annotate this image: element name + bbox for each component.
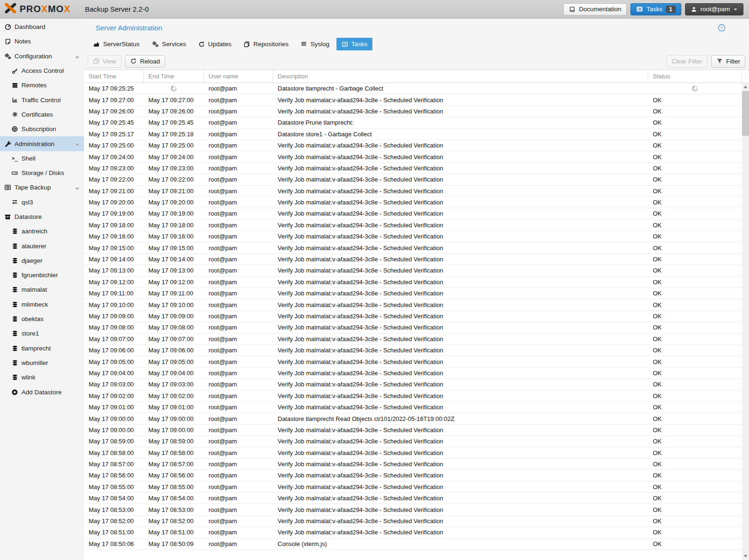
table-row[interactable]: May 17 09:08:00 May 17 09:08:00 root@pam… — [84, 322, 742, 333]
table-row[interactable]: May 17 08:55:00 May 17 08:55:00 root@pam… — [84, 482, 742, 493]
sidebar-item-malmalat[interactable]: malmalat — [0, 282, 84, 297]
sidebar-item-wbumiller[interactable]: wbumiller — [0, 356, 84, 370]
column-header-end-time[interactable]: End Time — [144, 70, 204, 83]
table-row[interactable]: May 17 09:25:25 root@pam Datastore tlamp… — [84, 83, 742, 94]
documentation-button[interactable]: Documentation — [563, 3, 627, 15]
tab-tasks[interactable]: Tasks — [336, 38, 373, 50]
sidebar-item-configuration[interactable]: Configuration — [0, 49, 84, 63]
table-row[interactable]: May 17 09:07:00 May 17 09:07:00 root@pam… — [84, 334, 742, 345]
table-row[interactable]: May 17 09:24:00 May 17 09:24:00 root@pam… — [84, 151, 742, 162]
table-row[interactable]: May 17 09:15:00 May 17 09:15:00 root@pam… — [84, 242, 742, 253]
table-row[interactable]: May 17 09:01:00 May 17 09:01:00 root@pam… — [84, 402, 742, 413]
table-row[interactable]: May 17 09:02:00 May 17 09:02:00 root@pam… — [84, 391, 742, 402]
table-row[interactable]: May 17 09:05:00 May 17 09:05:00 root@pam… — [84, 356, 742, 367]
user-menu-button[interactable]: root@pam — [685, 3, 743, 15]
sidebar-item-aantreich[interactable]: aantreich — [0, 224, 84, 238]
sidebar-item-dashboard[interactable]: Dashboard — [0, 20, 84, 34]
table-row[interactable]: May 17 09:25:00 May 17 09:25:00 root@pam… — [84, 140, 742, 151]
table-row[interactable]: May 17 09:10:00 May 17 09:10:00 root@pam… — [84, 299, 742, 310]
table-row[interactable]: May 17 09:25:17 May 17 09:25:18 root@pam… — [84, 129, 742, 140]
tab-repositories[interactable]: Repositories — [238, 38, 294, 50]
table-row[interactable]: May 17 09:00:00 May 17 09:00:00 root@pam… — [84, 413, 742, 424]
sidebar-item-notes[interactable]: Notes — [0, 34, 84, 49]
sidebar-item-obektas[interactable]: obektas — [0, 312, 84, 326]
sidebar-item-tape-backup[interactable]: Tape Backup — [0, 180, 84, 195]
sidebar-item-tlamprecht[interactable]: tlamprecht — [0, 341, 84, 356]
sidebar-item-subscription[interactable]: Subscription — [0, 122, 84, 136]
table-row[interactable]: May 17 08:50:06 May 17 08:50:09 root@pam… — [84, 539, 742, 550]
tab-serverstatus[interactable]: ServerStatus — [88, 38, 145, 50]
sidebar-item-remotes[interactable]: Remotes — [0, 78, 84, 92]
sidebar-item-djaeger[interactable]: djaeger — [0, 253, 84, 268]
clear-filter-button[interactable]: Clear Filter — [666, 55, 707, 68]
tab-syslog[interactable]: Syslog — [295, 38, 335, 50]
table-row[interactable]: May 17 08:51:00 May 17 08:51:00 root@pam… — [84, 527, 742, 538]
sidebar-item-administration[interactable]: Administration — [0, 136, 84, 151]
cell-description: Verify Job malmalat:v-afaad294-3c8e - Sc… — [273, 94, 648, 105]
table-row[interactable]: May 17 09:22:00 May 17 09:22:00 root@pam… — [84, 174, 742, 185]
sidebar-item-datastore[interactable]: Datastore — [0, 210, 84, 224]
table-row[interactable]: May 17 09:25:45 May 17 09:25:45 root@pam… — [84, 117, 742, 128]
chevron-down-icon[interactable] — [75, 185, 80, 192]
table-row[interactable]: May 17 09:16:00 May 17 09:16:00 root@pam… — [84, 231, 742, 242]
help-icon[interactable]: ? — [718, 24, 726, 34]
sidebar-item-store1[interactable]: store1 — [0, 326, 84, 341]
table-row[interactable]: May 17 08:54:00 May 17 08:54:00 root@pam… — [84, 493, 742, 504]
table-row[interactable]: May 17 09:11:00 May 17 09:11:00 root@pam… — [84, 288, 742, 299]
sidebar-item-alauterer[interactable]: alauterer — [0, 238, 84, 253]
chevron-down-icon[interactable] — [75, 141, 80, 148]
vertical-scrollbar[interactable] — [742, 83, 749, 560]
scroll-down-icon[interactable] — [742, 553, 749, 560]
table-row[interactable]: May 17 08:56:00 May 17 08:56:00 root@pam… — [84, 470, 742, 481]
table-row[interactable]: May 17 08:53:00 May 17 08:53:00 root@pam… — [84, 504, 742, 515]
column-header-user-name[interactable]: User name — [204, 70, 273, 83]
tab-updates[interactable]: Updates — [193, 38, 237, 50]
table-row[interactable]: May 17 09:21:00 May 17 09:21:00 root@pam… — [84, 186, 742, 197]
cell-status: OK — [648, 493, 742, 504]
table-row[interactable]: May 17 09:18:00 May 17 09:18:00 root@pam… — [84, 220, 742, 231]
table-row[interactable]: May 17 09:27:00 May 17 09:27:00 root@pam… — [84, 94, 742, 105]
chevron-down-icon[interactable] — [75, 54, 80, 61]
sidebar-item-mlimbeck[interactable]: mlimbeck — [0, 297, 84, 312]
tasks-button[interactable]: Tasks 1 — [630, 3, 681, 15]
refresh-icon — [198, 41, 205, 48]
table-row[interactable]: May 17 08:58:00 May 17 08:58:00 root@pam… — [84, 448, 742, 459]
table-row[interactable]: May 17 09:09:00 May 17 09:09:00 root@pam… — [84, 311, 742, 322]
column-header-start-time[interactable]: Start Time — [84, 70, 144, 83]
table-row[interactable]: May 17 09:19:00 May 17 09:19:00 root@pam… — [84, 208, 742, 219]
table-row[interactable]: May 17 08:59:00 May 17 08:59:00 root@pam… — [84, 436, 742, 447]
table-row[interactable]: May 17 09:03:00 May 17 09:03:00 root@pam… — [84, 379, 742, 390]
sidebar-item-fgruenbichler[interactable]: fgruenbichler — [0, 268, 84, 282]
table-row[interactable]: May 17 09:23:00 May 17 09:23:00 root@pam… — [84, 163, 742, 174]
table-row[interactable]: May 17 08:57:00 May 17 08:57:00 root@pam… — [84, 459, 742, 470]
table-row[interactable]: May 17 09:13:00 May 17 09:13:00 root@pam… — [84, 265, 742, 276]
sidebar-item-qsl3[interactable]: qsl3 — [0, 195, 84, 210]
column-header-status[interactable]: Status — [648, 70, 742, 83]
sidebar-item-wlink[interactable]: wlink — [0, 370, 84, 385]
cell-user-name: root@pam — [204, 379, 273, 390]
table-row[interactable]: May 17 09:00:00 May 17 09:00:00 root@pam… — [84, 425, 742, 436]
sidebar-item-add-datastore[interactable]: Add Datastore — [0, 385, 84, 399]
view-button[interactable]: View — [88, 55, 121, 68]
sidebar-item-shell[interactable]: >_ Shell — [0, 151, 84, 166]
table-row[interactable]: May 17 08:52:00 May 17 08:52:00 root@pam… — [84, 516, 742, 527]
table-row[interactable]: May 17 09:14:00 May 17 09:14:00 root@pam… — [84, 254, 742, 265]
table-row[interactable]: May 17 09:04:00 May 17 09:04:00 root@pam… — [84, 368, 742, 379]
column-header-description[interactable]: Description — [273, 70, 648, 83]
scrollbar-thumb[interactable] — [742, 91, 749, 136]
sidebar-item-traffic-control[interactable]: Traffic Control — [0, 92, 84, 107]
table-row[interactable]: May 17 09:12:00 May 17 09:12:00 root@pam… — [84, 277, 742, 288]
table-row[interactable]: May 17 09:06:00 May 17 09:06:00 root@pam… — [84, 345, 742, 356]
sidebar-item-storage-disks[interactable]: Storage / Disks — [0, 166, 84, 180]
cell-description: Verify Job malmalat:v-afaad294-3c8e - Sc… — [273, 151, 648, 162]
cell-end-time: May 17 09:25:45 — [144, 117, 204, 128]
tab-services[interactable]: Services — [147, 38, 191, 50]
sidebar-item-access-control[interactable]: Access Control — [0, 63, 84, 78]
filter-button[interactable]: Filter — [711, 55, 745, 68]
sidebar-item-certificates[interactable]: Certificates — [0, 107, 84, 122]
cell-user-name: root@pam — [204, 129, 273, 140]
reload-button[interactable]: Reload — [125, 55, 165, 68]
table-row[interactable]: May 17 09:20:00 May 17 09:20:00 root@pam… — [84, 197, 742, 208]
scroll-up-icon[interactable] — [742, 83, 749, 91]
table-row[interactable]: May 17 09:26:00 May 17 09:26:00 root@pam… — [84, 106, 742, 117]
